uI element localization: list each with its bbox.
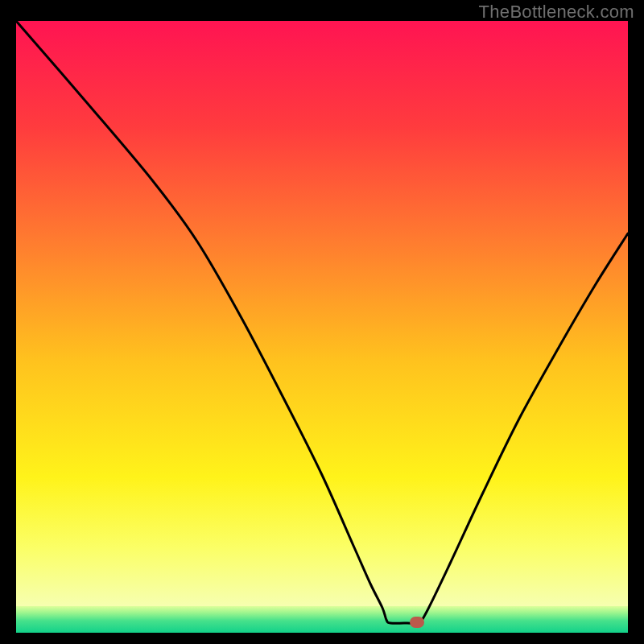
bottleneck-chart: [0, 0, 644, 644]
watermark-text: TheBottleneck.com: [479, 2, 634, 23]
chart-heat-background: [16, 21, 628, 606]
chart-green-band: [16, 606, 628, 633]
bottleneck-point-marker: [410, 617, 424, 628]
chart-container: TheBottleneck.com: [0, 0, 644, 644]
